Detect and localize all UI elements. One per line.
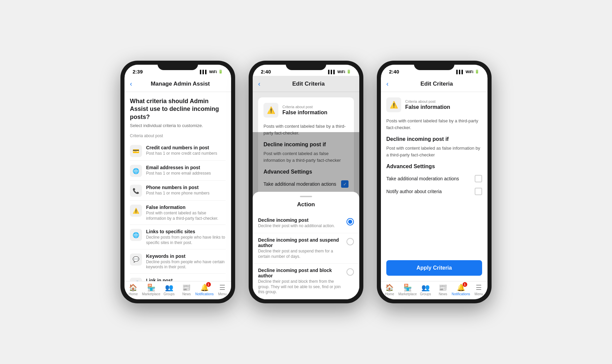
list-item[interactable]: 🌐 Email addresses in post Post has 1 or … [130,161,226,181]
nav-title-3: Edit Criteria [391,81,482,87]
phone-3: 2:40 ▌▌▌ WiFi 🔋 ‹ Edit Criteria ⚠️ Crite… [377,61,492,303]
criteria-item-icon: 💳 [130,145,142,157]
tab-icon-marketplace: 🏪 [404,283,412,292]
status-icons-1: ▌▌▌ WiFi 🔋 [200,69,223,74]
criteria-item-icon: 💬 [130,253,142,266]
bottom-sheet: Action Decline incoming post Decline the… [253,192,359,299]
criteria-desc-3: Posts with content labeled false by a th… [386,118,482,131]
notify-checkbox-3[interactable] [475,188,482,195]
tab-icon-notifications: 🔔 1 [457,283,465,292]
criteria-item-text: Phone numbers in post Post has 1 or more… [146,185,226,196]
tab-icon-notifications: 🔔 1 [200,283,209,292]
criteria-item-title: Credit card numbers in post [146,145,226,150]
nav-title-2: Edit Criteria [263,81,354,87]
tab-item-news[interactable]: 📰 News [178,283,195,296]
action-option[interactable]: Decline incoming post Decline their post… [253,213,359,233]
warning-icon-2: ⚠️ [263,103,278,118]
notify-label-3: Notify author about criteria [386,189,442,194]
criteria-header-text-3: Criteria about post False information [405,99,450,110]
action-option-text: Decline incoming post Decline their post… [258,217,342,229]
nav-bar-1: ‹ Manage Admin Assist [124,76,231,92]
radio-selected[interactable] [346,218,354,225]
tab-label-groups: Groups [420,292,431,296]
criteria-item-title: Links to specific sites [146,229,226,234]
tab-icon-menu: ☰ [219,283,225,292]
list-item[interactable]: 📞 Phone numbers in post Post has 1 or mo… [130,181,226,201]
radio-unselected[interactable] [346,238,354,245]
back-button-3[interactable]: ‹ [386,79,391,89]
action-option-desc: Decline their post and suspend them for … [258,249,342,259]
tab-bar-1: 🏠 Home 🏪 Marketplace 👥 Groups 📰 News [124,281,231,299]
criteria-list: 💳 Credit card numbers in post Post has 1… [130,142,226,281]
nav-bar-3: ‹ Edit Criteria [381,76,488,92]
notch-2 [286,61,326,70]
tab-label-home: Home [129,292,138,296]
action-option-desc: Decline their post and block them from t… [258,279,342,295]
criteria-item-icon: 📞 [130,185,142,197]
tab-icon-news: 📰 [182,283,191,292]
status-icons-2: ▌▌▌ WiFi 🔋 [328,69,351,74]
tab-item-groups[interactable]: 👥 Groups [417,283,434,296]
list-item[interactable]: ⚠️ False information Post with content l… [130,201,226,225]
tab-label-notifications: Notifications [195,292,214,296]
warning-icon-3: ⚠️ [386,97,401,112]
criteria-item-text: Credit card numbers in post Post has 1 o… [146,145,226,156]
tab-icon-menu: ☰ [476,283,482,292]
action-option[interactable]: Decline incoming post and suspend author… [253,233,359,264]
tab-icon-groups: 👥 [421,283,430,292]
action-option-title: Decline incoming post and suspend author [258,237,342,248]
nav-title-1: Manage Admin Assist [135,81,226,87]
tab-item-marketplace[interactable]: 🏪 Marketplace [142,283,160,296]
tab-item-news[interactable]: 📰 News [434,283,452,296]
take-additional-label-3: Take additional moderation actions [386,176,459,181]
notify-row-3: Notify author about criteria [386,185,482,198]
back-button-2[interactable]: ‹ [258,79,263,89]
tab-item-notifications[interactable]: 🔔 1 Notifications [452,283,470,296]
take-additional-row-3: Take additional moderation actions [386,172,482,185]
criteria-item-title: Phone numbers in post [146,185,226,190]
notification-badge: 1 [206,282,211,287]
sheet-title: Action [253,201,359,208]
criteria-item-text: Email addresses in post Post has 1 or mo… [146,165,226,176]
battery-icon-2: 🔋 [346,69,351,74]
tab-label-news: News [439,292,447,296]
nav-bar-2: ‹ Edit Criteria [253,76,359,92]
tab-item-marketplace[interactable]: 🏪 Marketplace [398,283,417,296]
phone-2: 2:40 ▌▌▌ WiFi 🔋 ‹ Edit Criteria ⚠️ Crite… [249,61,363,303]
list-item[interactable]: 🔗 Link in post Decline posts from people… [130,274,226,281]
sheet-handle [300,196,312,197]
back-button-1[interactable]: ‹ [130,79,135,89]
criteria-item-title: False information [146,205,226,210]
criteria-sub-2: Criteria about post [282,105,327,109]
main-question: What criteria should Admin Assist use to… [130,97,226,121]
screen-3: 2:40 ▌▌▌ WiFi 🔋 ‹ Edit Criteria ⚠️ Crite… [381,65,488,299]
screen-2: 2:40 ▌▌▌ WiFi 🔋 ‹ Edit Criteria ⚠️ Crite… [253,65,359,299]
take-additional-checkbox-3[interactable] [475,175,482,182]
tab-item-home[interactable]: 🏠 Home [124,283,142,296]
tab-item-notifications[interactable]: 🔔 1 Notifications [195,283,214,296]
tab-item-menu[interactable]: ☰ Menu [470,283,488,296]
advanced-heading-3: Advanced Settings [386,163,482,170]
tab-item-home[interactable]: 🏠 Home [381,283,398,296]
criteria-name-3: False information [405,104,450,110]
action-option-title: Decline incoming post [258,217,342,223]
criteria-item-desc: Post with content labeled as false infor… [146,211,226,221]
radio-unselected[interactable] [346,268,354,276]
list-item[interactable]: 💬 Keywords in post Decline posts from pe… [130,250,226,274]
action-option-desc: Decline their post with no additional ac… [258,223,342,229]
criteria-sub-3: Criteria about post [405,99,450,103]
list-item[interactable]: 🌐 Links to specific sites Decline posts … [130,225,226,249]
criteria-item-desc: Post has 1 or more credit card numbers [146,151,226,156]
list-item[interactable]: 💳 Credit card numbers in post Post has 1… [130,142,226,161]
tab-label-marketplace: Marketplace [142,292,160,296]
action-option-title: Decline incoming post and block author [258,268,342,278]
action-option[interactable]: Decline incoming post and block author D… [253,264,359,299]
tab-item-menu[interactable]: ☰ Menu [214,283,231,296]
apply-button[interactable]: Apply Criteria [386,260,482,276]
criteria-item-desc: Post has 1 or more phone numbers [146,191,226,196]
criteria-header-text-2: Criteria about post False information [282,105,327,116]
criteria-item-text: Links to specific sites Decline posts fr… [146,229,226,245]
tab-label-news: News [182,292,191,296]
tab-item-groups[interactable]: 👥 Groups [160,283,178,296]
tab-label-home: Home [385,292,394,296]
